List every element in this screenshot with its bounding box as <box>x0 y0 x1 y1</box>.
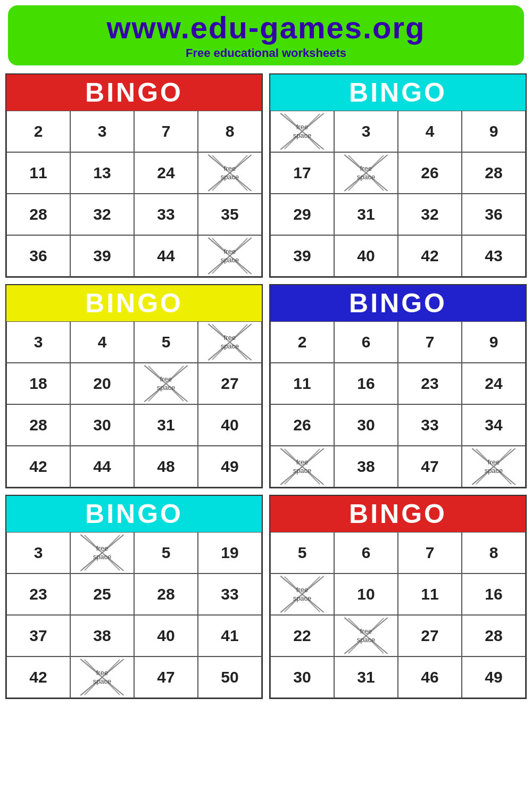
cell-4-16: freespace <box>462 446 526 487</box>
cell-2-10: 31 <box>334 194 398 235</box>
free-space-label-2-1: freespace <box>293 123 312 139</box>
free-space-label-3-4: freespace <box>221 334 239 350</box>
cell-6-7: 11 <box>398 573 462 615</box>
cell-3-1: 3 <box>6 321 70 363</box>
cell-1-7: 24 <box>134 152 198 194</box>
cell-3-10: 30 <box>70 404 134 446</box>
cell-2-15: 42 <box>398 235 462 277</box>
bingo-card-6: BINGO5678 freespace10111622 freespace272… <box>269 495 527 699</box>
cell-6-12: 28 <box>462 615 526 656</box>
cell-4-11: 33 <box>398 404 462 446</box>
bingo-header-1: BINGO <box>6 74 262 111</box>
free-space-label-3-7: freespace <box>157 375 176 392</box>
cell-4-7: 23 <box>398 363 462 404</box>
bingo-header-4: BINGO <box>270 285 526 321</box>
cell-5-2: freespace <box>70 532 134 573</box>
bingo-header-3: BINGO <box>6 285 262 321</box>
cell-1-15: 44 <box>134 235 198 277</box>
cell-2-12: 36 <box>462 194 526 235</box>
cell-4-6: 16 <box>334 363 398 404</box>
cell-2-6: freespace <box>334 152 398 194</box>
cell-2-8: 28 <box>462 152 526 194</box>
bingo-grid-6: 5678 freespace10111622 freespace27283031… <box>270 532 526 698</box>
cell-1-1: 2 <box>6 111 70 152</box>
cell-1-4: 8 <box>198 111 262 152</box>
cell-4-9: 26 <box>270 404 334 446</box>
cell-1-2: 3 <box>70 111 134 152</box>
bingo-grid-5: 3 freespace519232528333738404142 freespa… <box>6 532 262 698</box>
free-space-label-1-16: freespace <box>221 247 239 264</box>
cell-2-7: 26 <box>398 152 462 194</box>
cell-6-1: 5 <box>270 532 334 573</box>
cell-6-16: 49 <box>462 656 526 698</box>
cell-3-2: 4 <box>70 321 134 363</box>
cell-2-1: freespace <box>270 111 334 152</box>
free-space-label-6-5: freespace <box>293 586 312 602</box>
cell-3-13: 42 <box>6 446 70 487</box>
free-space-label-6-10: freespace <box>357 627 376 644</box>
cell-2-3: 4 <box>398 111 462 152</box>
cell-5-9: 37 <box>6 615 70 656</box>
bingo-card-4: BINGO26791116232426303334 freespace3847 … <box>269 284 527 488</box>
bingo-header-5: BINGO <box>6 496 262 532</box>
bingo-grid-2: freespace34917 freespace2628293132363940… <box>270 111 526 277</box>
cell-3-11: 31 <box>134 404 198 446</box>
cell-4-4: 9 <box>462 321 526 363</box>
cell-6-14: 31 <box>334 656 398 698</box>
cell-3-9: 28 <box>6 404 70 446</box>
bingo-header-6: BINGO <box>270 496 526 532</box>
cell-6-5: freespace <box>270 573 334 615</box>
cell-4-1: 2 <box>270 321 334 363</box>
free-space-label-4-16: freespace <box>485 458 503 475</box>
bingo-header-2: BINGO <box>270 74 526 111</box>
cell-5-7: 28 <box>134 573 198 615</box>
bingo-grid-4: 26791116232426303334 freespace3847 frees… <box>270 321 526 487</box>
cell-5-1: 3 <box>6 532 70 573</box>
free-space-label-5-14: freespace <box>93 669 112 685</box>
cell-4-5: 11 <box>270 363 334 404</box>
cell-5-3: 5 <box>134 532 198 573</box>
cell-4-3: 7 <box>398 321 462 363</box>
free-space-label-4-13: freespace <box>293 458 312 475</box>
cell-3-15: 48 <box>134 446 198 487</box>
cell-4-14: 38 <box>334 446 398 487</box>
cell-5-15: 47 <box>134 656 198 698</box>
cell-3-14: 44 <box>70 446 134 487</box>
cell-1-14: 39 <box>70 235 134 277</box>
site-title: www.edu-games.org <box>13 10 519 45</box>
bingo-card-1: BINGO2378111324 freespace28323335363944 … <box>5 73 263 278</box>
cell-1-3: 7 <box>134 111 198 152</box>
cell-1-8: freespace <box>198 152 262 194</box>
cell-1-11: 33 <box>134 194 198 235</box>
cell-3-4: freespace <box>198 321 262 363</box>
cell-1-16: freespace <box>198 235 262 277</box>
cell-4-13: freespace <box>270 446 334 487</box>
cell-3-7: freespace <box>134 363 198 404</box>
cell-6-8: 16 <box>462 573 526 615</box>
cell-6-6: 10 <box>334 573 398 615</box>
bingo-cards-grid: BINGO2378111324 freespace28323335363944 … <box>0 73 532 704</box>
page-header: www.edu-games.org Free educational works… <box>8 5 524 65</box>
cell-6-2: 6 <box>334 532 398 573</box>
cell-4-12: 34 <box>462 404 526 446</box>
cell-6-11: 27 <box>398 615 462 656</box>
cell-2-14: 40 <box>334 235 398 277</box>
cell-2-5: 17 <box>270 152 334 194</box>
cell-6-13: 30 <box>270 656 334 698</box>
cell-3-3: 5 <box>134 321 198 363</box>
cell-1-9: 28 <box>6 194 70 235</box>
cell-2-13: 39 <box>270 235 334 277</box>
free-space-label-2-6: freespace <box>357 164 376 181</box>
cell-5-14: freespace <box>70 656 134 698</box>
free-space-label-1-8: freespace <box>221 164 239 181</box>
cell-5-13: 42 <box>6 656 70 698</box>
cell-4-8: 24 <box>462 363 526 404</box>
bingo-grid-3: 345 freespace1820 freespace2728303140424… <box>6 321 262 487</box>
cell-1-10: 32 <box>70 194 134 235</box>
cell-3-8: 27 <box>198 363 262 404</box>
cell-6-15: 46 <box>398 656 462 698</box>
cell-2-2: 3 <box>334 111 398 152</box>
bingo-grid-1: 2378111324 freespace28323335363944 frees… <box>6 111 262 277</box>
cell-2-11: 32 <box>398 194 462 235</box>
cell-1-13: 36 <box>6 235 70 277</box>
